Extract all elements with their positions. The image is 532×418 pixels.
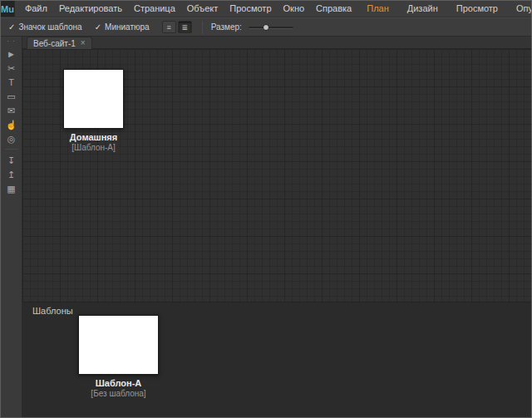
menu-help[interactable]: Справка xyxy=(310,1,357,17)
menu-window[interactable]: Окно xyxy=(278,1,311,17)
menu-object[interactable]: Объект xyxy=(181,1,224,17)
thumbnail-view-toggles: ≡ ≣ xyxy=(162,21,192,33)
template-subtitle: [Без шаблона] xyxy=(78,389,159,398)
panel-handle-icon[interactable]: · · xyxy=(7,37,16,47)
text-tool-icon[interactable]: T xyxy=(3,76,20,89)
page-item-home[interactable]: Домашняя [Шаблон-А] xyxy=(63,69,124,152)
size-slider[interactable] xyxy=(249,21,293,33)
page-thumbnail[interactable] xyxy=(63,69,124,129)
mode-switcher: План Дизайн Просмотр Опубликовать ▾ − □ xyxy=(357,1,532,17)
template-item-a[interactable]: Шаблон-А [Без шаблона] xyxy=(78,315,159,398)
templates-section[interactable]: Шаблоны Шаблон-А [Без шаблона] xyxy=(22,302,531,417)
menu-view[interactable]: Просмотр xyxy=(224,1,277,17)
thumbnail-checkbox-label: Миниатюра xyxy=(105,22,150,32)
page-title: Домашняя xyxy=(63,132,124,142)
menu-page[interactable]: Страница xyxy=(128,1,181,17)
detailed-view-button[interactable]: ≣ xyxy=(178,21,192,33)
tab-website-1[interactable]: Веб-сайт-1 × xyxy=(27,37,92,49)
checkmark-icon: ✓ xyxy=(8,22,15,32)
app-window: Mu Файл Редактировать Страница Объект Пр… xyxy=(0,0,532,418)
menu-edit[interactable]: Редактировать xyxy=(53,1,128,17)
toolbar-separator xyxy=(202,21,203,34)
pin-down-tool-icon[interactable]: ↧ xyxy=(3,154,20,167)
tool-separator xyxy=(5,149,18,150)
template-icon-checkbox[interactable]: ✓ Значок шаблона xyxy=(8,22,82,32)
tool-panel: · · ► ✂ T ▭ ✉ ☝ ◎ ↧ ↥ ▦ xyxy=(1,37,22,417)
crop-tool-icon[interactable]: ✂ xyxy=(3,61,20,75)
templates-heading: Шаблоны xyxy=(32,306,73,316)
mode-design[interactable]: Дизайн xyxy=(398,1,447,17)
thumbnail-checkbox[interactable]: ✓ Миниатюра xyxy=(95,22,150,32)
grid-tool-icon[interactable]: ▦ xyxy=(3,182,20,195)
pin-up-tool-icon[interactable]: ↥ xyxy=(3,168,20,181)
selection-tool-icon[interactable]: ► xyxy=(3,47,20,61)
hand-tool-icon[interactable]: ☝ xyxy=(3,118,20,131)
template-icon-checkbox-label: Значок шаблона xyxy=(18,22,81,32)
template-title: Шаблон-А xyxy=(78,378,159,388)
mode-preview[interactable]: Просмотр xyxy=(447,1,507,17)
page-template-label: [Шаблон-А] xyxy=(63,143,124,152)
app-logo: Mu xyxy=(1,1,15,17)
widget-tool-icon[interactable]: ✉ xyxy=(3,104,20,117)
list-view-button[interactable]: ≡ xyxy=(162,21,176,33)
plan-canvas[interactable]: Домашняя [Шаблон-А] Шаблоны Шаблон-А [Бе… xyxy=(22,49,531,417)
size-slider-track[interactable] xyxy=(249,27,293,29)
checkmark-icon: ✓ xyxy=(95,22,101,32)
mode-plan[interactable]: План xyxy=(357,1,398,17)
mode-publish[interactable]: Опубликовать xyxy=(507,1,532,17)
close-icon[interactable]: × xyxy=(81,39,86,47)
tab-label: Веб-сайт-1 xyxy=(33,39,76,48)
document-tab-strip: Веб-сайт-1 × xyxy=(22,37,531,49)
size-label: Размер: xyxy=(211,22,242,32)
size-slider-thumb[interactable] xyxy=(263,24,269,31)
template-thumbnail[interactable] xyxy=(78,315,159,375)
plan-options-toolbar: ✓ Значок шаблона ✓ Миниатюра ≡ ≣ Размер: xyxy=(1,17,531,37)
menu-file[interactable]: Файл xyxy=(19,1,53,17)
zoom-tool-icon[interactable]: ◎ xyxy=(3,132,20,145)
menu-bar: Mu Файл Редактировать Страница Объект Пр… xyxy=(1,1,531,17)
rectangle-tool-icon[interactable]: ▭ xyxy=(3,90,20,103)
